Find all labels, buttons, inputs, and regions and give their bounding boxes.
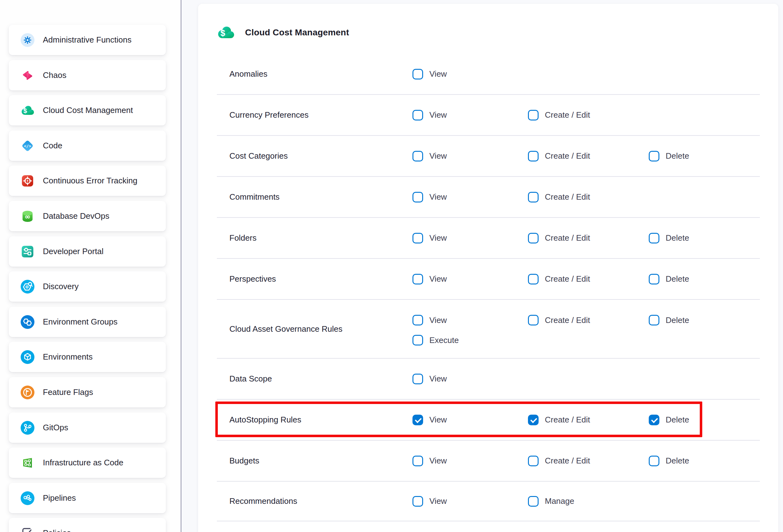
permission-label: Manage <box>545 496 574 506</box>
sidebar-item-gitops[interactable]: GitOps <box>9 412 166 443</box>
cloud-asset-governance-rules-view-checkbox[interactable] <box>412 315 423 325</box>
perspectives-create-edit-checkbox[interactable] <box>528 274 539 284</box>
infrastructure-as-code-icon <box>21 456 34 470</box>
row-commitments: CommitmentsViewCreate / Edit <box>217 177 760 218</box>
autostopping-rules-delete-checkbox[interactable] <box>649 415 659 425</box>
budgets-create-edit-checkbox[interactable] <box>528 456 539 466</box>
currency-preferences-create-edit-checkbox[interactable] <box>528 110 539 121</box>
folders-delete-checkbox[interactable] <box>649 233 659 244</box>
permission-label: Create / Edit <box>545 110 590 120</box>
sidebar-item-feature-flags[interactable]: Feature Flags <box>9 377 166 407</box>
sidebar-item-label: Code <box>43 141 62 151</box>
autostopping-rules-view-checkbox[interactable] <box>412 415 423 425</box>
permission-label: View <box>429 192 447 202</box>
feature-flags-icon <box>21 385 34 399</box>
permission-item: Create / Edit <box>528 233 590 244</box>
module-sidebar: Administrative FunctionsChaos$Cloud Cost… <box>0 0 181 532</box>
permission-label: View <box>429 110 447 120</box>
environment-groups-icon <box>21 315 34 329</box>
panel-header: $ Cloud Cost Management <box>217 24 349 41</box>
sidebar-item-label: Feature Flags <box>43 387 93 397</box>
recommendations-view-checkbox[interactable] <box>412 496 423 507</box>
permission-item: View <box>412 192 447 202</box>
resource-label: Perspectives <box>217 274 412 284</box>
pipelines-icon <box>21 491 34 505</box>
permission-label: Create / Edit <box>545 233 590 243</box>
cost-categories-delete-checkbox[interactable] <box>649 151 659 161</box>
perspectives-delete-checkbox[interactable] <box>649 274 659 284</box>
sidebar-item-cloud-cost-management[interactable]: $Cloud Cost Management <box>9 95 166 125</box>
svg-text:$: $ <box>220 29 225 38</box>
cloud-asset-governance-rules-delete-checkbox[interactable] <box>649 315 659 325</box>
sidebar-item-label: Policies <box>43 528 71 532</box>
permission-label: Create / Edit <box>545 415 590 425</box>
permissions-page: Administrative FunctionsChaos$Cloud Cost… <box>0 0 783 532</box>
cloud-asset-governance-rules-execute-checkbox[interactable] <box>412 335 423 345</box>
row-folders: FoldersViewCreate / EditDelete <box>217 218 760 259</box>
sidebar-item-administrative-functions[interactable]: Administrative Functions <box>9 25 166 55</box>
commitments-create-edit-checkbox[interactable] <box>528 192 539 202</box>
budgets-view-checkbox[interactable] <box>412 456 423 466</box>
permission-item: View <box>412 69 447 80</box>
resource-label: Cloud Asset Governance Rules <box>217 324 412 334</box>
currency-preferences-view-checkbox[interactable] <box>412 110 423 121</box>
permission-item: Manage <box>528 496 574 507</box>
resource-label: Cost Categories <box>217 151 412 161</box>
permission-label: Delete <box>666 151 689 161</box>
permission-item: View <box>412 496 447 507</box>
cost-categories-create-edit-checkbox[interactable] <box>528 151 539 161</box>
sidebar-item-label: Pipelines <box>43 493 76 503</box>
developer-portal-icon <box>21 245 34 258</box>
permission-label: Create / Edit <box>545 192 590 202</box>
permission-label: Create / Edit <box>545 315 590 325</box>
recommendations-manage-checkbox[interactable] <box>528 496 539 507</box>
svg-text:</>: </> <box>24 144 31 148</box>
permission-cell: View <box>412 95 528 135</box>
permission-item: View <box>412 456 447 466</box>
perspectives-view-checkbox[interactable] <box>412 274 423 284</box>
row-cost-categories: Cost CategoriesViewCreate / EditDelete <box>217 136 760 177</box>
sidebar-item-chaos[interactable]: Chaos <box>9 60 166 90</box>
permission-cell: Delete <box>649 259 760 299</box>
folders-create-edit-checkbox[interactable] <box>528 233 539 244</box>
permission-cell: Create / Edit <box>528 441 649 481</box>
sidebar-item-infrastructure-as-code[interactable]: Infrastructure as Code <box>9 447 166 478</box>
sidebar-item-label: Environment Groups <box>43 317 117 327</box>
permission-cell: View <box>412 481 528 521</box>
resource-label: Data Scope <box>217 374 412 384</box>
folders-view-checkbox[interactable] <box>412 233 423 244</box>
sidebar-item-policies[interactable]: Policies <box>9 518 166 532</box>
permission-label: Create / Edit <box>545 456 590 466</box>
permission-label: View <box>429 415 447 425</box>
permission-item: Create / Edit <box>528 415 590 425</box>
sidebar-item-discovery[interactable]: Discovery <box>9 271 166 302</box>
permission-label: Delete <box>666 315 689 325</box>
sidebar-item-continuous-error-tracking[interactable]: Continuous Error Tracking <box>9 165 166 196</box>
permission-item: Create / Edit <box>528 315 590 325</box>
resource-label: Folders <box>217 233 412 243</box>
anomalies-view-checkbox[interactable] <box>412 69 423 80</box>
data-scope-view-checkbox[interactable] <box>412 374 423 384</box>
database-devops-icon: ∞ <box>21 209 34 223</box>
row-data-scope: Data ScopeView <box>217 358 760 400</box>
sidebar-item-pipelines[interactable]: Pipelines <box>9 483 166 513</box>
permission-item: Delete <box>649 233 689 244</box>
sidebar-item-developer-portal[interactable]: Developer Portal <box>9 236 166 267</box>
environments-icon <box>21 350 34 364</box>
sidebar-item-environments[interactable]: Environments <box>9 342 166 372</box>
row-perspectives: PerspectivesViewCreate / EditDelete <box>217 259 760 300</box>
sidebar-item-database-devops[interactable]: ∞Database DevOps <box>9 201 166 231</box>
permission-cell: Create / Edit <box>528 177 649 217</box>
permission-item: Delete <box>649 151 689 161</box>
permission-cell: View <box>412 177 528 217</box>
budgets-delete-checkbox[interactable] <box>649 456 659 466</box>
commitments-view-checkbox[interactable] <box>412 192 423 202</box>
cloud-asset-governance-rules-create-edit-checkbox[interactable] <box>528 315 539 325</box>
sidebar-item-code[interactable]: </>Code <box>9 130 166 161</box>
cost-categories-view-checkbox[interactable] <box>412 151 423 161</box>
resource-label: Currency Preferences <box>217 110 412 120</box>
chaos-icon <box>21 68 34 82</box>
sidebar-item-label: Chaos <box>43 70 66 80</box>
sidebar-item-environment-groups[interactable]: Environment Groups <box>9 307 166 337</box>
autostopping-rules-create-edit-checkbox[interactable] <box>528 415 539 425</box>
